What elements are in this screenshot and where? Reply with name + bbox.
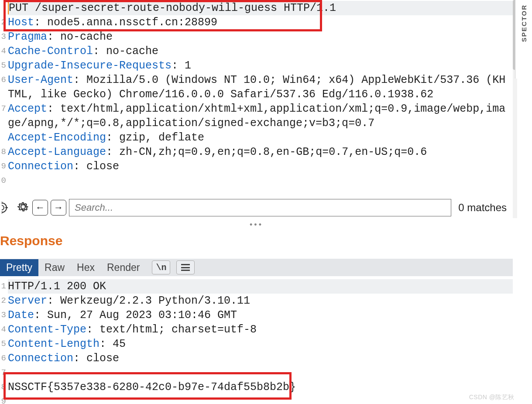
header-user-agent[interactable]: 6User-Agent: Mozilla/5.0 (Windows NT 10.…: [8, 73, 513, 102]
search-input[interactable]: [69, 199, 451, 216]
header-cache-control[interactable]: 4Cache-Control: no-cache: [8, 44, 513, 58]
response-tabs: Pretty Raw Hex Render \n: [0, 259, 513, 276]
next-match-button[interactable]: →: [51, 200, 66, 216]
tab-hex[interactable]: Hex: [71, 259, 101, 276]
inspector-side-tab[interactable]: SPECTOR: [515, 0, 532, 79]
inspector-label: SPECTOR: [520, 4, 528, 42]
resp-header-content-length[interactable]: 5Content-Length: 45: [8, 337, 513, 351]
arrow-right-icon: →: [54, 202, 63, 213]
tab-render[interactable]: Render: [101, 259, 146, 276]
hamburger-button[interactable]: [176, 260, 195, 274]
header-connection[interactable]: 0Connection: close: [8, 159, 513, 174]
hamburger-icon: [181, 264, 190, 271]
tab-raw[interactable]: Raw: [38, 259, 71, 276]
header-accept[interactable]: 7Accept: text/html,application/xhtml+xml…: [8, 102, 513, 130]
annotation-box-request-line: [3, 0, 322, 31]
prev-match-button[interactable]: ←: [32, 200, 48, 216]
resp-header-content-type[interactable]: 4Content-Type: text/html; charset=utf-8: [8, 322, 513, 337]
header-upgrade-insecure-requests[interactable]: 5Upgrade-Insecure-Requests: 1: [8, 58, 513, 73]
resp-header-date[interactable]: 3Date: Sun, 27 Aug 2023 03:10:46 GMT: [8, 308, 513, 322]
target-icon[interactable]: [2, 200, 14, 216]
header-pragma[interactable]: 3Pragma: no-cache: [8, 30, 513, 44]
resp-header-connection[interactable]: 6Connection: close: [8, 351, 513, 366]
search-toolbar: ← → 0 matches: [0, 196, 513, 219]
editor-viewport: PUT /super-secret-route-nobody-will-gues…: [0, 0, 515, 404]
tab-pretty[interactable]: Pretty: [0, 259, 38, 276]
match-count: 0 matches: [454, 202, 511, 214]
svg-point-1: [2, 205, 4, 210]
header-accept-language[interactable]: 9Accept-Language: zh-CN,zh;q=0.9,en;q=0.…: [8, 145, 513, 159]
arrow-left-icon: ←: [35, 202, 45, 213]
response-section-title: Response: [0, 233, 62, 248]
watermark: CSDN @陈艺秋: [469, 394, 515, 401]
show-newlines-button[interactable]: \n: [152, 260, 170, 274]
header-accept-encoding[interactable]: 8Accept-Encoding: gzip, deflate: [8, 130, 513, 145]
response-status-line[interactable]: 1HTTP/1.1 200 OK: [8, 279, 513, 294]
annotation-box-flag: [3, 372, 292, 400]
resp-header-server[interactable]: 2Server: Werkzeug/2.2.3 Python/3.10.11: [8, 294, 513, 308]
gear-icon[interactable]: [17, 200, 30, 216]
pane-resize-handle[interactable]: •••: [0, 220, 513, 229]
